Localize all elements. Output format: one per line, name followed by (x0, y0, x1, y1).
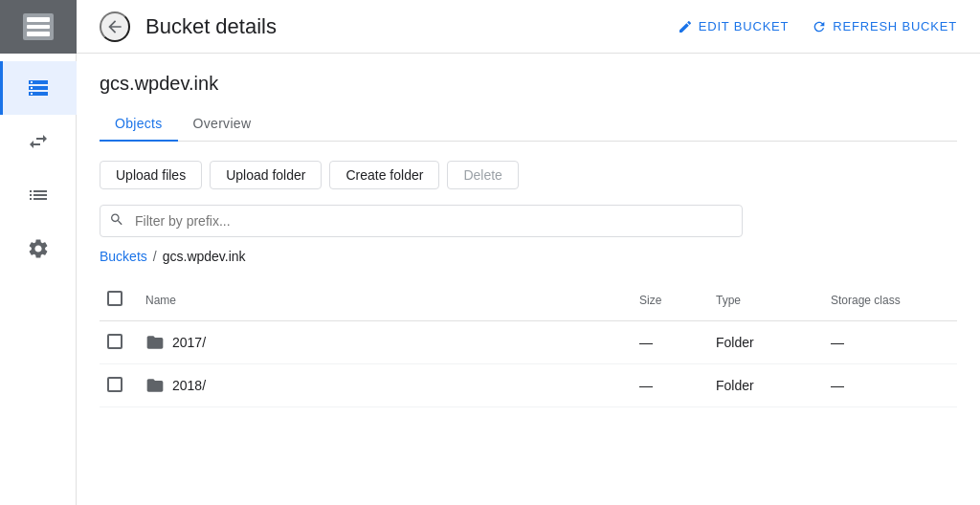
breadcrumb: Buckets / gcs.wpdev.ink (100, 249, 957, 264)
upload-files-button[interactable]: Upload files (100, 161, 202, 189)
objects-table: Name Size Type Storage class 2017/ (100, 279, 957, 407)
upload-folder-button[interactable]: Upload folder (210, 161, 322, 189)
row-storage-class: — (823, 364, 957, 407)
row-checkbox-cell (100, 321, 138, 364)
folder-icon (145, 333, 165, 352)
header-type: Type (708, 279, 823, 321)
row-size: — (632, 321, 708, 364)
header-storage-class: Storage class (823, 279, 957, 321)
header-size: Size (632, 279, 708, 321)
header-checkbox (100, 279, 138, 321)
sidebar-item-transfer[interactable] (0, 115, 77, 168)
sidebar-item-list[interactable] (0, 168, 77, 222)
page-title: Bucket details (145, 14, 662, 39)
transfer-icon (27, 130, 50, 153)
bucket-name: gcs.wpdev.ink (100, 73, 957, 95)
breadcrumb-current: gcs.wpdev.ink (163, 249, 246, 264)
search-icon (109, 212, 124, 231)
main-content: Bucket details EDIT BUCKET REFRESH BUCKE… (77, 0, 980, 505)
table-body: 2017/ — Folder — 2018/ — Folder — (100, 321, 957, 407)
action-buttons: Upload files Upload folder Create folder… (100, 161, 957, 189)
edit-bucket-button[interactable]: EDIT BUCKET (678, 19, 790, 34)
row-checkbox-cell (100, 364, 138, 407)
row-type: Folder (708, 364, 823, 407)
table-header: Name Size Type Storage class (100, 279, 957, 321)
breadcrumb-buckets-link[interactable]: Buckets (100, 249, 147, 264)
sidebar-item-storage[interactable] (0, 61, 77, 115)
row-size: — (632, 364, 708, 407)
refresh-bucket-label: REFRESH BUCKET (833, 19, 957, 33)
filter-input[interactable] (100, 205, 743, 237)
sidebar-nav (0, 54, 76, 275)
settings-icon (27, 237, 50, 260)
row-type: Folder (708, 321, 823, 364)
sidebar-item-settings[interactable] (0, 222, 77, 275)
logo-icon (23, 13, 54, 40)
folder-icon (145, 376, 165, 395)
page-content: gcs.wpdev.ink Objects Overview Upload fi… (77, 54, 980, 505)
tabs-container: Objects Overview (100, 106, 957, 142)
header-name: Name (138, 279, 632, 321)
page-header: Bucket details EDIT BUCKET REFRESH BUCKE… (77, 0, 980, 54)
table-row: 2018/ — Folder — (100, 364, 957, 407)
back-button[interactable] (100, 11, 130, 42)
refresh-bucket-button[interactable]: REFRESH BUCKET (812, 19, 957, 34)
breadcrumb-separator: / (153, 249, 157, 264)
row-storage-class: — (823, 321, 957, 364)
row-checkbox[interactable] (107, 334, 122, 349)
select-all-checkbox[interactable] (107, 291, 122, 306)
table-row: 2017/ — Folder — (100, 321, 957, 364)
row-name[interactable]: 2018/ (138, 364, 632, 407)
tab-overview[interactable]: Overview (178, 106, 267, 141)
row-name[interactable]: 2017/ (138, 321, 632, 364)
filter-container (100, 205, 957, 237)
row-checkbox[interactable] (107, 377, 122, 392)
tab-objects[interactable]: Objects (100, 106, 178, 141)
edit-bucket-label: EDIT BUCKET (699, 19, 790, 33)
sidebar-logo (0, 0, 77, 54)
sidebar (0, 0, 77, 505)
create-folder-button[interactable]: Create folder (329, 161, 439, 189)
storage-icon (27, 77, 50, 99)
list-icon (27, 184, 50, 207)
header-actions: EDIT BUCKET REFRESH BUCKET (678, 19, 957, 34)
delete-button[interactable]: Delete (447, 161, 518, 189)
